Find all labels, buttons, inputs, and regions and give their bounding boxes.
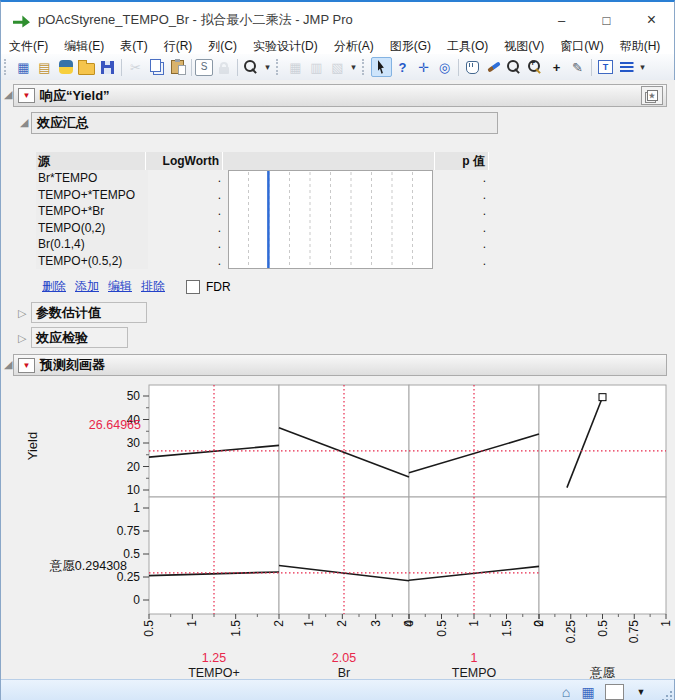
response-section-header[interactable]: ▼ 响应“Yield” ★ <box>13 84 667 107</box>
action-link[interactable]: 排除 <box>141 279 165 293</box>
svg-text:2: 2 <box>272 620 286 627</box>
annotate-pencil-icon[interactable]: ✎ <box>567 57 588 77</box>
menu-item[interactable]: 工具(O) <box>439 38 496 55</box>
lasso-icon[interactable] <box>504 57 525 77</box>
open-icon[interactable] <box>76 57 97 77</box>
action-link[interactable]: 删除 <box>42 279 66 293</box>
toolbar-grip[interactable] <box>276 59 281 75</box>
svg-text:意愿0.294308: 意愿0.294308 <box>49 559 127 573</box>
svg-text:0.75: 0.75 <box>627 620 641 644</box>
column-header-pvalue: p 值 <box>435 152 489 170</box>
logworth-cell: . <box>148 236 225 253</box>
red-triangle-menu-icon[interactable]: ▼ <box>18 358 35 373</box>
disclosure-collapsed-icon[interactable]: ▷ <box>18 332 26 345</box>
profiler-title: 预测刻画器 <box>40 356 105 374</box>
menu-item[interactable]: 行(R) <box>156 38 201 55</box>
toolbar-grip[interactable] <box>362 59 367 75</box>
statusbar-dropdown-icon[interactable]: ▼ <box>630 683 652 700</box>
effect-tests-title: 效应检验 <box>36 329 88 347</box>
resize-grip[interactable] <box>660 689 672 700</box>
maximize-button[interactable]: □ <box>584 2 629 38</box>
brush-icon[interactable] <box>483 57 504 77</box>
toolbar-dropdown-icon[interactable]: ▾ <box>262 57 273 77</box>
toolbar-dropdown-icon[interactable]: ▾ <box>348 57 359 77</box>
svg-text:26.64965: 26.64965 <box>89 418 141 432</box>
svg-text:0.5: 0.5 <box>142 620 156 637</box>
search-icon[interactable] <box>241 57 262 77</box>
effect-summary-header[interactable]: 效应汇总 <box>31 112 498 134</box>
copy-icon[interactable] <box>146 57 167 77</box>
prediction-profiler-plot[interactable]: 102030405000.250.50.7510.511.521.25TEMPO… <box>1 380 675 680</box>
brush-icon <box>487 61 501 72</box>
window-manager-icon[interactable]: ▦ <box>577 683 599 700</box>
svg-text:1: 1 <box>467 620 481 627</box>
pvalue-cell: . <box>435 236 489 253</box>
paste-icon[interactable] <box>167 57 188 77</box>
minimize-button[interactable]: – <box>539 2 584 38</box>
toolbar: ▦▤✂S▾▦▥▧▾?✛◎+✎T▾ <box>1 54 674 81</box>
logworth-cell: . <box>148 170 225 187</box>
menu-item[interactable]: 编辑(E) <box>56 38 112 55</box>
svg-text:0.5: 0.5 <box>596 620 610 637</box>
menu-item[interactable]: 实验设计(D) <box>245 38 326 55</box>
toolbar-dropdown-icon[interactable]: ▾ <box>637 57 648 77</box>
crosshair-plus-icon[interactable]: + <box>546 57 567 77</box>
menu-item[interactable]: 图形(G) <box>382 38 439 55</box>
save-icon[interactable] <box>97 57 118 77</box>
menu-item[interactable]: 分析(A) <box>326 38 382 55</box>
action-link[interactable]: 添加 <box>75 279 99 293</box>
profiler-section-header[interactable]: ▼ 预测刻画器 <box>13 354 667 376</box>
svg-text:0: 0 <box>402 620 416 627</box>
home-icon[interactable]: ⌂ <box>555 683 577 700</box>
svg-text:Yield: Yield <box>25 432 40 460</box>
parameter-estimates-title: 参数估计值 <box>36 304 101 322</box>
python-icon[interactable] <box>55 57 76 77</box>
svg-text:2.05: 2.05 <box>332 651 356 665</box>
pin-report-button[interactable]: ★ <box>641 86 663 105</box>
menu-item[interactable]: 文件(F) <box>1 38 56 55</box>
red-triangle-menu-icon[interactable]: ▼ <box>18 88 35 103</box>
svg-text:Br: Br <box>338 666 351 680</box>
highlight-swatch[interactable] <box>605 684 624 700</box>
grabber-hand-icon[interactable] <box>462 57 483 77</box>
svg-text:TEMPO+: TEMPO+ <box>188 666 240 680</box>
parameter-estimates-header[interactable]: 参数估计值 <box>31 302 147 323</box>
move-tool-icon[interactable]: ✛ <box>413 57 434 77</box>
effect-tests-header[interactable]: 效应检验 <box>31 327 128 348</box>
arrow-cursor-icon[interactable] <box>371 57 392 77</box>
menu-item[interactable]: 表(T) <box>112 38 155 55</box>
toolbar-separator <box>237 59 238 76</box>
menu-item[interactable]: 列(C) <box>200 38 245 55</box>
disclosure-expanded-icon[interactable]: ◢ <box>4 358 12 371</box>
text-annotation-icon: T <box>598 60 613 74</box>
fdr-checkbox[interactable] <box>186 280 200 294</box>
effect-summary-actions: 删除添加编辑排除 FDR <box>42 278 231 295</box>
zoom-in-icon <box>528 60 540 72</box>
svg-text:10: 10 <box>127 483 141 497</box>
new-script-icon[interactable]: ▤ <box>34 57 55 77</box>
lasso-icon <box>507 60 519 72</box>
disclosure-expanded-icon[interactable]: ◢ <box>4 88 12 101</box>
toolbar-grip[interactable] <box>4 59 9 75</box>
pvalue-cell: . <box>435 220 489 237</box>
disclosure-expanded-icon[interactable]: ◢ <box>20 116 28 129</box>
source-cell: Br*TEMPO <box>36 170 148 187</box>
connect-lines-icon[interactable] <box>616 57 637 77</box>
help-icon[interactable]: ? <box>392 57 413 77</box>
svg-text:50: 50 <box>127 389 141 403</box>
menu-item[interactable]: 窗口(W) <box>552 38 611 55</box>
zoom-in-icon[interactable] <box>525 57 546 77</box>
svg-text:1.25: 1.25 <box>202 651 226 665</box>
svg-text:2: 2 <box>335 620 349 627</box>
menu-item[interactable]: 帮助(H) <box>612 38 669 55</box>
menu-item[interactable]: 视图(V) <box>496 38 552 55</box>
source-cell: TEMPO+*Br <box>36 203 148 220</box>
journal-icon[interactable]: S <box>195 59 213 76</box>
svg-text:3: 3 <box>369 620 383 627</box>
new-data-table-icon[interactable]: ▦ <box>13 57 34 77</box>
disclosure-collapsed-icon[interactable]: ▷ <box>18 307 26 320</box>
text-annotation-icon[interactable]: T <box>595 57 616 77</box>
bullseye-icon[interactable]: ◎ <box>434 57 455 77</box>
close-button[interactable]: × <box>629 2 674 38</box>
action-link[interactable]: 编辑 <box>108 279 132 293</box>
